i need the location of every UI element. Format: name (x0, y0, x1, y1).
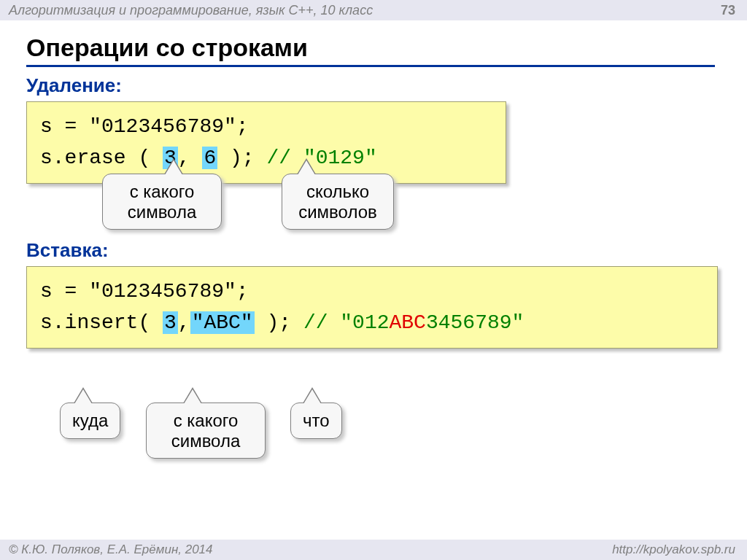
code-inserted-text: ABC (390, 311, 426, 334)
copyright: © К.Ю. Поляков, Е.А. Ерёмин, 2014 (9, 542, 213, 560)
code-comment: // "012ABC3456789" (303, 311, 524, 334)
code-line: s.erase ( 3, 6 ); // "0129" (40, 142, 492, 174)
callout-text: сколько символов (298, 182, 377, 222)
callout-text: с какого символа (128, 182, 197, 222)
code-text: s = "0123456789"; (40, 115, 249, 138)
callout-from-which-char: с какого символа (102, 174, 222, 230)
callout-what: что (290, 402, 342, 439)
code-text: ); (255, 311, 303, 334)
callout-text: что (303, 411, 330, 430)
code-line: s = "0123456789"; (40, 276, 704, 307)
code-block-insert: s = "0123456789"; s.insert( 3,"ABC" ); /… (26, 266, 718, 349)
code-text: ); (217, 147, 266, 169)
code-text: s.insert( (40, 311, 163, 334)
course-title: Алгоритмизация и программирование, язык … (9, 3, 373, 20)
callout-from-which-char-2: с какого символа (146, 402, 266, 459)
highlight-arg-str: "ABC" (190, 311, 255, 334)
code-text: 3456789" (426, 311, 524, 334)
code-text: // "012 (303, 311, 390, 334)
callout-text: куда (72, 411, 108, 430)
section-delete-heading: Удаление: (26, 74, 724, 97)
code-text: s = "0123456789"; (40, 280, 249, 303)
highlight-arg-pos: 3 (163, 311, 178, 334)
header-bar: Алгоритмизация и программирование, язык … (0, 0, 747, 20)
callout-where: куда (60, 402, 120, 439)
code-line: s.insert( 3,"ABC" ); // "012ABC3456789" (40, 307, 704, 338)
code-line: s = "0123456789"; (40, 111, 492, 142)
title-underline (26, 65, 715, 67)
page-title: Операции со строками (26, 34, 724, 62)
code-text: s.erase ( (40, 147, 163, 169)
page-number: 73 (721, 3, 735, 20)
code-block-erase: s = "0123456789"; s.erase ( 3, 6 ); // "… (26, 101, 506, 184)
highlight-arg-count: 6 (202, 147, 217, 169)
footer-url: http://kpolyakov.spb.ru (612, 542, 735, 560)
code-comment: // "0129" (266, 147, 376, 169)
footer-bar: © К.Ю. Поляков, Е.А. Ерёмин, 2014 http:/… (0, 540, 747, 560)
callout-text: с какого символа (171, 411, 241, 451)
section-insert-heading: Вставка: (26, 239, 724, 262)
code-text: , (178, 311, 190, 334)
callout-how-many-chars: сколько символов (282, 174, 394, 230)
